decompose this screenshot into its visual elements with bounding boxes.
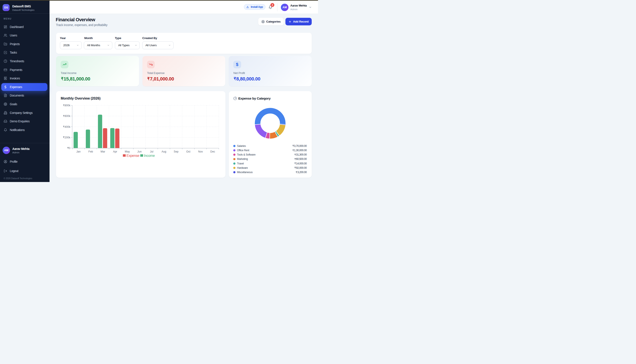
svg-text:200k: 200k — [65, 136, 70, 139]
svg-text:Apr: Apr — [113, 150, 117, 153]
svg-text:Income: Income — [144, 154, 155, 158]
svg-text:Dec: Dec — [210, 150, 215, 153]
svg-text:400k: 400k — [65, 126, 70, 128]
svg-text:Jul: Jul — [150, 150, 154, 153]
svg-text:Aug: Aug — [162, 150, 166, 153]
svg-text:600k: 600k — [65, 114, 70, 118]
svg-text:800k: 800k — [65, 104, 70, 107]
svg-text:Nov: Nov — [198, 150, 203, 153]
svg-text:Expense: Expense — [127, 154, 139, 158]
svg-text:Oct: Oct — [186, 150, 190, 153]
svg-text:May: May — [125, 150, 130, 153]
svg-text:Feb: Feb — [88, 150, 93, 153]
svg-text:0: 0 — [69, 147, 70, 150]
svg-text:Jan: Jan — [76, 150, 81, 153]
svg-text:Mar: Mar — [101, 150, 105, 153]
svg-text:Sep: Sep — [174, 150, 178, 153]
svg-text:Jun: Jun — [137, 150, 142, 153]
